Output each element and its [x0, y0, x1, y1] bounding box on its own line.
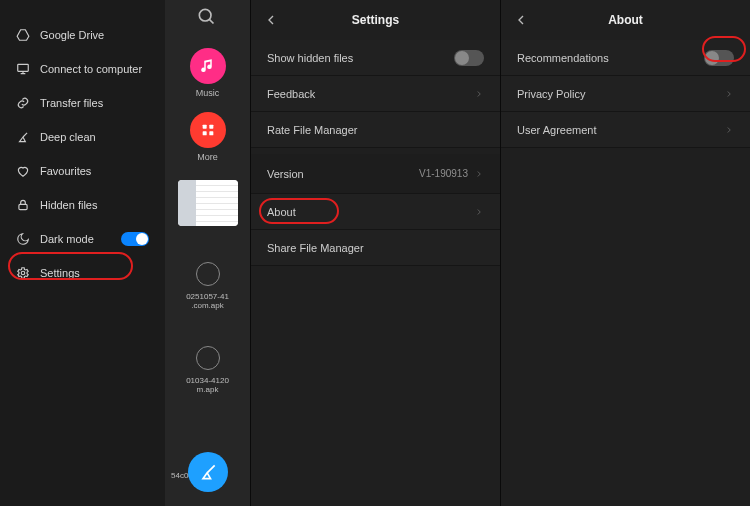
row-label: Recommendations	[517, 52, 704, 64]
row-recommendations[interactable]: Recommendations	[501, 40, 750, 76]
monitor-icon	[16, 62, 30, 76]
drive-icon	[16, 28, 30, 42]
panel-title: Settings	[352, 13, 399, 27]
row-about[interactable]: About	[251, 194, 500, 230]
sidebar-item-label: Hidden files	[40, 199, 149, 211]
sidebar-item-label: Transfer files	[40, 97, 149, 109]
sidebar-item-google-drive[interactable]: Google Drive	[0, 18, 165, 52]
tile-label: Music	[196, 88, 220, 98]
apk-icon	[196, 262, 220, 286]
apk-filename: 0251057-41	[186, 292, 229, 301]
svg-point-2	[21, 271, 25, 275]
settings-panel: Settings Show hidden files Feedback Rate…	[250, 0, 500, 506]
panel-header: Settings	[251, 0, 500, 40]
sidebar: Google Drive Connect to computer Transfe…	[0, 0, 165, 506]
sidebar-item-dark-mode[interactable]: Dark mode	[0, 222, 165, 256]
sidebar-item-label: Deep clean	[40, 131, 149, 143]
heart-icon	[16, 164, 30, 178]
row-label: About	[267, 206, 468, 218]
apk-icon	[196, 346, 220, 370]
back-button[interactable]	[513, 12, 529, 28]
sidebar-item-connect[interactable]: Connect to computer	[0, 52, 165, 86]
row-label: Share File Manager	[267, 242, 484, 254]
row-label: Version	[267, 168, 419, 180]
row-user-agreement[interactable]: User Agreement	[501, 112, 750, 148]
search-icon[interactable]	[196, 6, 220, 30]
chevron-right-icon	[474, 169, 484, 179]
broom-icon	[16, 130, 30, 144]
apk-filename: m.apk	[197, 385, 219, 394]
chevron-right-icon	[474, 207, 484, 217]
tile-music[interactable]	[190, 48, 226, 84]
lock-icon	[16, 198, 30, 212]
row-rate[interactable]: Rate File Manager	[251, 112, 500, 148]
panel-header: About	[501, 0, 750, 40]
tile-label: More	[197, 152, 218, 162]
svg-point-3	[199, 9, 211, 21]
switch-off[interactable]	[454, 50, 484, 66]
row-label: Privacy Policy	[517, 88, 718, 100]
row-show-hidden[interactable]: Show hidden files	[251, 40, 500, 76]
chevron-right-icon	[724, 125, 734, 135]
row-share[interactable]: Share File Manager	[251, 230, 500, 266]
sidebar-item-label: Settings	[40, 267, 149, 279]
dark-mode-toggle[interactable]	[121, 232, 149, 246]
row-label: Feedback	[267, 88, 468, 100]
file-strip: Music More 0251057-41 .com.apk 01034-412…	[165, 0, 250, 506]
chevron-right-icon	[474, 89, 484, 99]
panel-title: About	[608, 13, 643, 27]
switch-off[interactable]	[704, 50, 734, 66]
svg-rect-1	[19, 204, 27, 209]
gear-icon	[16, 266, 30, 280]
svg-rect-6	[202, 131, 206, 135]
chevron-right-icon	[724, 89, 734, 99]
svg-rect-0	[18, 64, 29, 71]
clean-fab[interactable]	[188, 452, 228, 492]
link-icon	[16, 96, 30, 110]
moon-icon	[16, 232, 30, 246]
sidebar-item-hidden-files[interactable]: Hidden files	[0, 188, 165, 222]
svg-rect-5	[209, 125, 213, 129]
sidebar-item-label: Connect to computer	[40, 63, 149, 75]
apk-filename: .com.apk	[191, 301, 223, 310]
tile-more[interactable]	[190, 112, 226, 148]
svg-rect-7	[209, 131, 213, 135]
sidebar-item-settings[interactable]: Settings	[0, 256, 165, 290]
row-label: Rate File Manager	[267, 124, 484, 136]
sidebar-item-favourites[interactable]: Favourites	[0, 154, 165, 188]
document-thumbnail[interactable]	[178, 180, 238, 226]
sidebar-item-label: Google Drive	[40, 29, 149, 41]
row-version: Version V1-190913	[251, 154, 500, 194]
svg-rect-4	[202, 125, 206, 129]
row-feedback[interactable]: Feedback	[251, 76, 500, 112]
row-privacy-policy[interactable]: Privacy Policy	[501, 76, 750, 112]
sidebar-item-label: Favourites	[40, 165, 149, 177]
apk-item[interactable]: 0251057-41 .com.apk	[186, 262, 229, 310]
version-value: V1-190913	[419, 168, 468, 179]
row-label: User Agreement	[517, 124, 718, 136]
row-label: Show hidden files	[267, 52, 454, 64]
sidebar-item-label: Dark mode	[40, 233, 111, 245]
apk-item[interactable]: 01034-4120 m.apk	[186, 346, 229, 394]
apk-filename: 01034-4120	[186, 376, 229, 385]
sidebar-item-transfer[interactable]: Transfer files	[0, 86, 165, 120]
about-panel: About Recommendations Privacy Policy Use…	[500, 0, 750, 506]
back-button[interactable]	[263, 12, 279, 28]
sidebar-item-deep-clean[interactable]: Deep clean	[0, 120, 165, 154]
